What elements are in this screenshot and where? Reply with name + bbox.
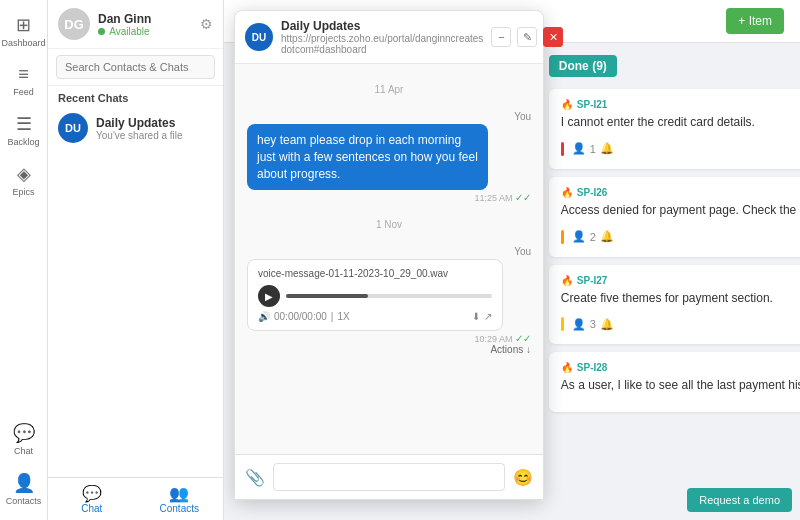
nav-item-epics[interactable]: ◈ Epics xyxy=(2,157,46,203)
read-checkmark: ✓✓ xyxy=(515,192,531,203)
voice-time: 10:29 AM ✓✓ xyxy=(247,333,531,344)
user-name: Dan Ginn xyxy=(98,12,192,26)
backlog-icon: ☰ xyxy=(16,113,32,135)
card-id: 🔥 SP-I27 xyxy=(561,275,800,286)
modal-minimize-button[interactable]: − xyxy=(491,27,511,47)
nav-label-chat: Chat xyxy=(14,446,33,456)
modal-edit-button[interactable]: ✎ xyxy=(517,27,537,47)
sidebar-contacts-icon: 👥 xyxy=(169,484,189,503)
modal-header: DU Daily Updates https://projects.zoho.e… xyxy=(235,11,543,64)
sidebar-bottom-chat[interactable]: 💬 Chat xyxy=(48,478,136,520)
main-content: Payments View Details 👤 Dan Ginn 💬 79 pt… xyxy=(224,0,800,520)
voice-controls: ▶ xyxy=(258,285,492,307)
priority-indicator xyxy=(561,317,564,331)
done-badge[interactable]: Done (9) xyxy=(549,55,617,77)
date-divider-apr: 11 Apr xyxy=(247,84,531,95)
chat-avatar-daily-updates: DU xyxy=(58,113,88,143)
sent-label: You xyxy=(247,111,531,122)
card-id: 🔥 SP-I21 xyxy=(561,99,800,110)
card-title: Access denied for payment page. Check th… xyxy=(561,202,800,219)
chat-nav-icon: 💬 xyxy=(13,422,35,444)
card-footer: 👤1 🔔 xyxy=(561,139,800,159)
kanban-card[interactable]: 🔥 SP-I28 As a user, I like to see all th… xyxy=(549,352,800,412)
nav-item-contacts[interactable]: 👤 Contacts xyxy=(2,466,46,512)
sidebar-chat-icon: 💬 xyxy=(82,484,102,503)
user-avatar: DG xyxy=(58,8,90,40)
nav-label-contacts: Contacts xyxy=(6,496,42,506)
read-checkmark-voice: ✓✓ xyxy=(515,333,531,344)
chat-text-input[interactable] xyxy=(273,463,505,491)
card-title: As a user, I like to see all the last pa… xyxy=(561,377,800,394)
priority-indicator xyxy=(561,142,564,156)
sidebar-contacts-label: Contacts xyxy=(160,503,199,514)
modal-avatar: DU xyxy=(245,23,273,51)
card-meta: 👤2 🔔 xyxy=(572,230,614,243)
chat-sidebar: DG Dan Ginn Available ⚙ Recent Chats DU … xyxy=(48,0,224,520)
chat-messages: 11 Apr You hey team please drop in each … xyxy=(235,64,543,454)
nav-item-feed[interactable]: ≡ Feed xyxy=(2,58,46,103)
search-input[interactable] xyxy=(56,55,215,79)
dashboard-icon: ⊞ xyxy=(16,14,31,36)
voice-sent-label: You xyxy=(247,246,531,257)
voice-meta: 🔊 00:00/00:00 | 1X ⬇ ↗ xyxy=(258,311,492,322)
voice-message: voice-message-01-11-2023-10_29_00.wav ▶ … xyxy=(247,259,503,331)
card-title: I cannot enter the credit card details. xyxy=(561,114,800,131)
chat-info-daily-updates: Daily Updates You've shared a file xyxy=(96,116,213,141)
message-voice-1: You voice-message-01-11-2023-10_29_00.wa… xyxy=(247,246,531,355)
chat-input-area: 📎 😊 xyxy=(235,454,543,499)
card-id: 🔥 SP-I26 xyxy=(561,187,800,198)
user-header: DG Dan Ginn Available ⚙ xyxy=(48,0,223,49)
chat-modal: DU Daily Updates https://projects.zoho.e… xyxy=(234,10,544,500)
voice-play-button[interactable]: ▶ xyxy=(258,285,280,307)
left-navigation: ⊞ Dashboard ≡ Feed ☰ Backlog ◈ Epics 💬 C… xyxy=(0,0,48,520)
emoji-button[interactable]: 😊 xyxy=(513,468,533,487)
kanban-col-done: Done (9) 26 pts 🔥 SP-I21 I cannot enter … xyxy=(549,55,800,508)
voice-filename: voice-message-01-11-2023-10_29_00.wav xyxy=(258,268,492,279)
sidebar-bottom-nav: 💬 Chat 👥 Contacts xyxy=(48,477,223,520)
card-title: Create five themes for payment section. xyxy=(561,290,800,307)
voice-progress-fill xyxy=(286,294,368,298)
card-footer: 👤3 🔔 xyxy=(561,314,800,334)
chat-item-daily-updates[interactable]: DU Daily Updates You've shared a file xyxy=(48,106,223,150)
search-box xyxy=(48,49,223,86)
epics-icon: ◈ xyxy=(17,163,31,185)
nav-label-dashboard: Dashboard xyxy=(1,38,45,48)
share-icon[interactable]: ↗ xyxy=(484,311,492,322)
feed-icon: ≡ xyxy=(18,64,29,85)
col-header-done: Done (9) 26 pts xyxy=(549,55,800,77)
sidebar-bottom-contacts[interactable]: 👥 Contacts xyxy=(136,478,224,520)
add-item-button[interactable]: + Item xyxy=(726,8,784,34)
status-dot xyxy=(98,28,105,35)
nav-item-dashboard[interactable]: ⊞ Dashboard xyxy=(2,8,46,54)
card-meta: 👤3 🔔 xyxy=(572,318,614,331)
voice-progress-bar[interactable] xyxy=(286,294,492,298)
request-demo-button[interactable]: Request a demo xyxy=(687,488,792,512)
card-meta: 👤1 🔔 xyxy=(572,142,614,155)
card-id: 🔥 SP-I28 xyxy=(561,362,800,373)
chat-preview-daily-updates: You've shared a file xyxy=(96,130,213,141)
kanban-card[interactable]: 🔥 SP-I27 Create five themes for payment … xyxy=(549,265,800,345)
modal-close-button[interactable]: ✕ xyxy=(543,27,563,47)
kanban-card[interactable]: 🔥 SP-I26 Access denied for payment page.… xyxy=(549,177,800,257)
chat-name-daily-updates: Daily Updates xyxy=(96,116,213,130)
settings-icon[interactable]: ⚙ xyxy=(200,16,213,32)
nav-item-chat[interactable]: 💬 Chat xyxy=(2,416,46,462)
attach-button[interactable]: 📎 xyxy=(245,468,265,487)
sidebar-chat-label: Chat xyxy=(81,503,102,514)
nav-label-feed: Feed xyxy=(13,87,34,97)
modal-title: Daily Updates xyxy=(281,19,483,33)
contacts-icon: 👤 xyxy=(13,472,35,494)
volume-icon: 🔊 xyxy=(258,311,270,322)
user-status: Available xyxy=(98,26,192,37)
user-info-area: Dan Ginn Available xyxy=(98,12,192,37)
card-footer: 👤2 🔔 xyxy=(561,227,800,247)
actions-label[interactable]: Actions ↓ xyxy=(247,344,531,355)
kanban-card[interactable]: 🔥 SP-I21 I cannot enter the credit card … xyxy=(549,89,800,169)
download-icon[interactable]: ⬇ xyxy=(472,311,480,322)
date-divider-nov: 1 Nov xyxy=(247,219,531,230)
priority-indicator xyxy=(561,230,564,244)
nav-label-backlog: Backlog xyxy=(7,137,39,147)
modal-url: https://projects.zoho.eu/portal/danginnc… xyxy=(281,33,483,55)
nav-item-backlog[interactable]: ☰ Backlog xyxy=(2,107,46,153)
modal-controls: − ✎ ✕ xyxy=(491,27,563,47)
